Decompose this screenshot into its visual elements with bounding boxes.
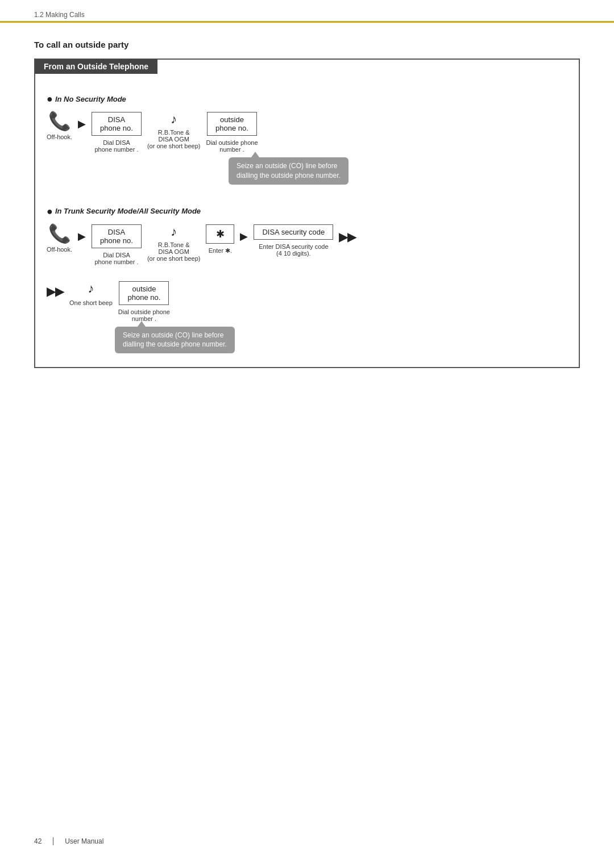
cont-beep-label: One short beep [69,299,113,306]
no-sec-outside-box: outsidephone no. [207,112,257,136]
no-sec-disa-box: DISAphone no. [92,112,142,136]
trunk-phone-item: 📞 Off-hook. [47,224,72,253]
no-sec-tone-item: ♪ R.B.Tone &DISA OGM(or one short beep) [147,112,201,149]
trunk-star-item: ✱ Enter ✱. [206,224,234,254]
trunk-disa-item: DISAphone no. Dial DISAphone number . [92,224,142,265]
cont-outside-label: Dial outside phonenumber . [118,308,170,322]
no-sec-tooltip-wrapper: Seize an outside (CO) line beforediallin… [229,157,567,185]
page-number: 42 [34,837,42,845]
no-security-subtitle: ● In No Security Mode [47,94,567,104]
trunk-security-subtitle: ● In Trunk Security Mode/All Security Mo… [47,206,567,216]
trunk-security-code-label: Enter DISA security code(4 10 digits). [259,243,328,257]
trunk-star-label: Enter ✱. [209,247,232,254]
trunk-tooltip: Seize an outside (CO) line beforediallin… [115,327,235,354]
arrow-2: ▶ [78,230,86,243]
phone-offhook-icon-2: 📞 [48,224,71,243]
no-sec-tooltip: Seize an outside (CO) line beforediallin… [229,157,349,185]
breadcrumb: 1.2 Making Calls [34,11,85,19]
trunk-security-code-item: DISA security code Enter DISA security c… [254,224,333,257]
footer-label: User Manual [65,837,103,845]
trunk-step1-label: Off-hook. [47,246,72,253]
continuation-block: ▶▶ ♪ One short beep outsidephone no. Dia… [47,281,567,354]
box-header: From an Outside Telephone [35,59,157,74]
trunk-sec-flow-row-1: 📞 Off-hook. ▶ DISAphone no. Dial DISApho… [47,224,567,265]
tone-icon-1: ♪ [171,112,177,127]
cont-outside-item: outsidephone no. Dial outside phonenumbe… [118,281,170,322]
double-arrow-1: ▶▶ [339,230,356,244]
section-title: To call an outside party [34,40,580,49]
no-sec-outside-item: outsidephone no. Dial outside phonenumbe… [206,112,258,153]
no-sec-step1-label: Off-hook. [47,133,72,140]
page-footer: 42 User Manual [34,837,580,845]
trunk-security-code-box: DISA security code [254,224,333,240]
no-sec-disa-item: DISAphone no. Dial DISAphone number . [92,112,142,153]
trunk-tone-item: ♪ R.B.Tone &DISA OGM(or one short beep) [147,224,201,262]
no-security-block: ● In No Security Mode 📞 Off-hook. ▶ DISA… [47,94,567,185]
no-security-flow-row: 📞 Off-hook. ▶ DISAphone no. Dial DISApho… [47,112,567,153]
double-arrow-2: ▶▶ [47,285,64,298]
arrow-3: ▶ [240,230,248,243]
page-content: To call an outside party From an Outside… [0,23,614,385]
tone-icon-3: ♪ [88,281,94,296]
cont-tone-item: ♪ One short beep [69,281,113,306]
trunk-star-box: ✱ [206,224,234,244]
trunk-disa-label: Dial DISAphone number . [94,252,138,265]
page-header: 1.2 Making Calls [0,0,614,23]
trunk-tooltip-wrapper: Seize an outside (CO) line beforediallin… [115,327,567,354]
trunk-tone-label: R.B.Tone &DISA OGM(or one short beep) [147,241,201,262]
tone-icon-2: ♪ [171,224,177,239]
no-sec-tone-label: R.B.Tone &DISA OGM(or one short beep) [147,129,201,149]
no-sec-disa-label: Dial DISAphone number . [94,139,138,153]
bullet-dot-1: ● [47,94,53,104]
trunk-disa-box: DISAphone no. [92,224,142,248]
footer-divider [53,837,53,845]
no-sec-outside-label: Dial outside phonenumber . [206,139,258,153]
no-sec-phone-item: 📞 Off-hook. [47,112,72,140]
trunk-sec-flow-row-2: ▶▶ ♪ One short beep outsidephone no. Dia… [47,281,567,322]
cont-outside-box: outsidephone no. [119,281,169,305]
trunk-security-block: ● In Trunk Security Mode/All Security Mo… [47,206,567,354]
outer-box: From an Outside Telephone ● In No Securi… [34,59,580,368]
arrow-1: ▶ [78,118,86,130]
bullet-dot-2: ● [47,206,53,216]
phone-offhook-icon: 📞 [48,112,71,130]
